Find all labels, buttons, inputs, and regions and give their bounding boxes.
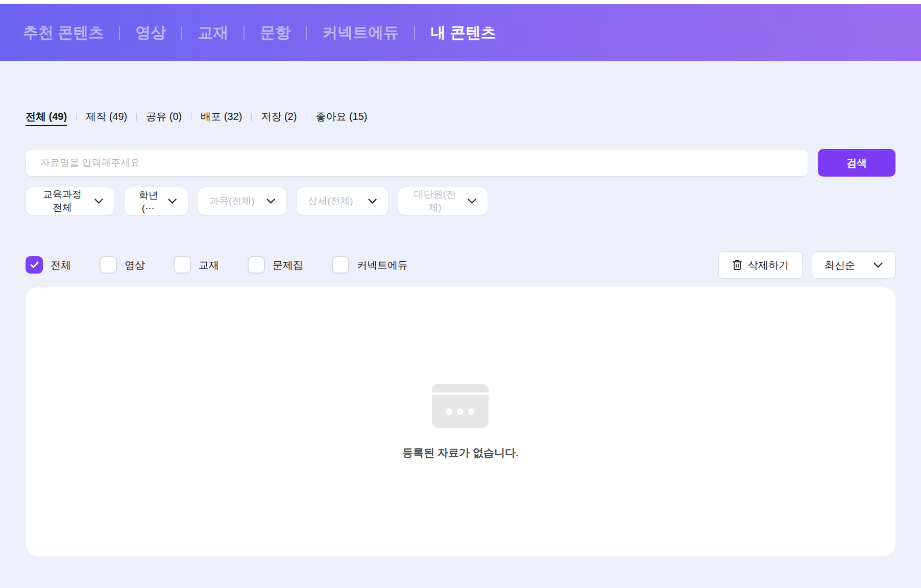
sort-dropdown-label: 최신순: [825, 258, 855, 272]
subject-dropdown-label: 과목(전체): [209, 194, 255, 208]
checkbox-video[interactable]: [100, 256, 117, 274]
tab-divider: [306, 113, 306, 121]
top-nav: 추천 콘텐츠 영상 교재 문항 커넥트에듀 내 콘텐츠: [0, 4, 921, 61]
filter-tab-all[interactable]: 전체 (49): [26, 110, 67, 126]
grade-dropdown[interactable]: 학년(⋯: [124, 187, 188, 215]
filter-tab-shared[interactable]: 공유 (0): [146, 110, 182, 126]
chevron-down-icon: [168, 199, 177, 204]
curriculum-dropdown-label: 교육과정 전체: [37, 188, 87, 214]
nav-items: 추천 콘텐츠 영상 교재 문항 커넥트에듀 내 콘텐츠: [23, 22, 496, 43]
search-input[interactable]: [26, 149, 808, 177]
check-icon: [30, 261, 39, 268]
detail-dropdown[interactable]: 상세(전체): [296, 187, 389, 215]
tab-divider: [251, 113, 252, 121]
checkbox-connect-edu[interactable]: [332, 256, 349, 274]
empty-state: 등록된 자료가 없습니다.: [402, 384, 519, 460]
nav-item-questions[interactable]: 문항: [260, 22, 290, 43]
dot: [446, 408, 452, 415]
nav-item-textbooks[interactable]: 교재: [198, 22, 228, 43]
curriculum-dropdown[interactable]: 교육과정 전체: [26, 187, 115, 215]
tab-divider: [191, 113, 191, 121]
type-filter-checkboxes: 전체 영상 교재 문제집 커넥트에듀: [26, 256, 408, 274]
detail-dropdown-label: 상세(전체): [308, 194, 353, 208]
filter-dropdowns: 교육과정 전체 학년(⋯ 과목(전체) 상세(전체) 대단원(전체): [26, 187, 895, 215]
chevron-down-icon: [94, 199, 103, 204]
checkbox-textbook[interactable]: [174, 256, 191, 274]
toolbar-right: 삭제하기 최신순: [718, 251, 895, 279]
unit-dropdown-label: 대단원(전체): [409, 188, 460, 214]
filter-tab-saved[interactable]: 저장 (2): [261, 110, 297, 126]
delete-button-label: 삭제하기: [748, 258, 789, 272]
subject-dropdown[interactable]: 과목(전체): [198, 187, 287, 215]
dot: [468, 408, 475, 415]
card-placeholder-body: [432, 395, 489, 428]
tab-divider: [136, 113, 137, 121]
checkbox-workbook[interactable]: [248, 256, 265, 274]
checkbox-label: 교재: [199, 258, 219, 272]
nav-divider: [119, 26, 120, 40]
tab-divider: [76, 113, 77, 121]
nav-item-connect-edu[interactable]: 커넥트에듀: [322, 22, 399, 43]
results-card: 등록된 자료가 없습니다.: [26, 287, 895, 556]
dot: [457, 408, 464, 415]
empty-state-message: 등록된 자료가 없습니다.: [402, 446, 519, 460]
checkbox-group-video[interactable]: 영상: [100, 256, 145, 274]
card-placeholder-topbar: [432, 384, 489, 393]
filter-tabs: 전체 (49) 제작 (49) 공유 (0) 배포 (32) 저장 (2) 좋아…: [26, 110, 895, 126]
checkbox-label: 커넥트에듀: [357, 258, 408, 272]
search-button[interactable]: 검색: [818, 149, 895, 177]
filter-tab-created[interactable]: 제작 (49): [86, 110, 127, 126]
filter-tab-distributed[interactable]: 배포 (32): [201, 110, 242, 126]
checkbox-group-textbook[interactable]: 교재: [174, 256, 219, 274]
nav-divider: [414, 26, 415, 40]
list-toolbar: 전체 영상 교재 문제집 커넥트에듀: [26, 251, 895, 279]
main-content: 전체 (49) 제작 (49) 공유 (0) 배포 (32) 저장 (2) 좋아…: [0, 110, 921, 556]
sort-dropdown[interactable]: 최신순: [812, 251, 895, 279]
nav-item-recommended-contents[interactable]: 추천 콘텐츠: [23, 22, 104, 43]
checkbox-label: 전체: [51, 258, 71, 272]
checkbox-group-all[interactable]: 전체: [26, 256, 71, 274]
unit-dropdown[interactable]: 대단원(전체): [398, 187, 488, 215]
checkbox-group-connect-edu[interactable]: 커넥트에듀: [332, 256, 408, 274]
nav-divider: [181, 26, 182, 40]
checkbox-label: 영상: [125, 258, 145, 272]
checkbox-label: 문제집: [273, 258, 303, 272]
chevron-down-icon: [874, 262, 883, 268]
card-placeholder-icon: [432, 384, 489, 428]
trash-icon: [732, 259, 742, 271]
checkbox-group-workbook[interactable]: 문제집: [248, 256, 303, 274]
nav-divider: [306, 26, 307, 40]
filter-tab-liked[interactable]: 좋아요 (15): [316, 110, 367, 126]
nav-divider: [244, 26, 245, 40]
chevron-down-icon: [266, 199, 275, 204]
search-row: 검색: [26, 149, 895, 177]
chevron-down-icon: [468, 199, 476, 204]
delete-button[interactable]: 삭제하기: [718, 251, 803, 279]
top-strip: [0, 0, 921, 4]
chevron-down-icon: [368, 199, 377, 204]
grade-dropdown-label: 학년(⋯: [136, 189, 161, 214]
nav-item-my-contents[interactable]: 내 콘텐츠: [430, 22, 496, 43]
checkbox-all[interactable]: [26, 256, 43, 274]
nav-item-videos[interactable]: 영상: [135, 22, 166, 43]
